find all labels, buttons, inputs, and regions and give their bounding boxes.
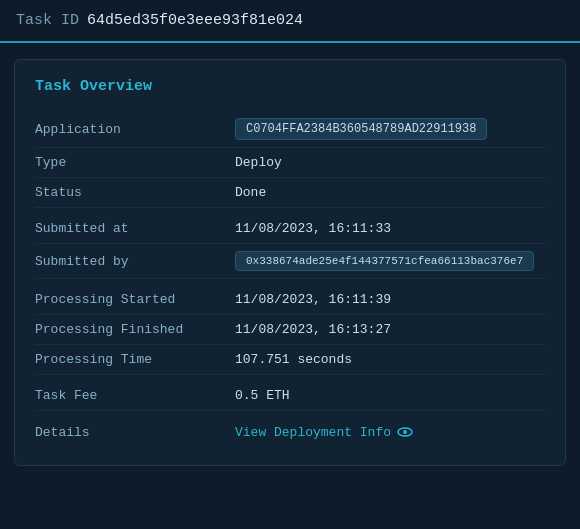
svg-point-1: [403, 430, 407, 434]
submitted-at-row: Submitted at 11/08/2023, 16:11:33: [35, 214, 545, 244]
processing-started-value: 11/08/2023, 16:11:39: [235, 292, 391, 307]
processing-finished-label: Processing Finished: [35, 322, 235, 337]
details-row: Details View Deployment Info: [35, 417, 545, 447]
task-overview-card: Task Overview Application C0704FFA2384B3…: [14, 59, 566, 466]
application-row: Application C0704FFA2384B360548789AD2291…: [35, 111, 545, 148]
submitted-at-label: Submitted at: [35, 221, 235, 236]
processing-started-label: Processing Started: [35, 292, 235, 307]
processing-time-value: 107.751 seconds: [235, 352, 352, 367]
card-title: Task Overview: [35, 78, 545, 95]
view-deployment-text: View Deployment Info: [235, 425, 391, 440]
processing-finished-value: 11/08/2023, 16:13:27: [235, 322, 391, 337]
type-value: Deploy: [235, 155, 282, 170]
status-value: Done: [235, 185, 266, 200]
submitted-by-value: 0x338674ade25e4f144377571cfea66113bac376…: [235, 251, 534, 271]
application-label: Application: [35, 122, 235, 137]
task-fee-row: Task Fee 0.5 ETH: [35, 381, 545, 411]
task-fee-value: 0.5 ETH: [235, 388, 290, 403]
application-value: C0704FFA2384B360548789AD22911938: [235, 118, 487, 140]
processing-time-label: Processing Time: [35, 352, 235, 367]
header-id: 64d5ed35f0e3eee93f81e024: [87, 12, 303, 29]
details-label: Details: [35, 425, 235, 440]
processing-time-row: Processing Time 107.751 seconds: [35, 345, 545, 375]
task-fee-label: Task Fee: [35, 388, 235, 403]
submitted-by-row: Submitted by 0x338674ade25e4f144377571cf…: [35, 244, 545, 279]
processing-finished-row: Processing Finished 11/08/2023, 16:13:27: [35, 315, 545, 345]
main-content: Task Overview Application C0704FFA2384B3…: [0, 43, 580, 482]
eye-icon: [397, 424, 413, 440]
type-label: Type: [35, 155, 235, 170]
processing-started-row: Processing Started 11/08/2023, 16:11:39: [35, 285, 545, 315]
status-label: Status: [35, 185, 235, 200]
view-deployment-link[interactable]: View Deployment Info: [235, 424, 413, 440]
type-row: Type Deploy: [35, 148, 545, 178]
header-label: Task ID: [16, 12, 79, 29]
submitted-by-label: Submitted by: [35, 254, 235, 269]
status-row: Status Done: [35, 178, 545, 208]
header: Task ID 64d5ed35f0e3eee93f81e024: [0, 0, 580, 43]
submitted-at-value: 11/08/2023, 16:11:33: [235, 221, 391, 236]
